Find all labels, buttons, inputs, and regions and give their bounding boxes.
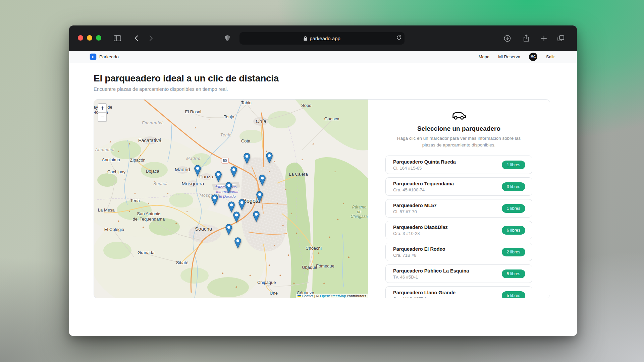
- page-content: El parqueadero ideal a un clic de distan…: [69, 63, 577, 336]
- parking-lot-card[interactable]: Parqueadero Quinta Rueda Cl. 164 #15-65 …: [385, 156, 532, 174]
- parking-lot-card[interactable]: Parqueadero Tequendama Cra. 45 #100-74 3…: [385, 177, 532, 196]
- parking-lot-card[interactable]: Parqueadero Llano Grande Cra. 111C #67B4…: [385, 286, 532, 298]
- free-spots-badge: 6 libres: [502, 226, 525, 235]
- panel-title: Seleccione un parqueadero: [368, 125, 550, 132]
- minimize-window-button[interactable]: [87, 35, 92, 41]
- car-icon: [368, 110, 550, 122]
- parking-lot-info: Parqueadero Tequendama Cra. 45 #100-74: [393, 181, 454, 192]
- free-spots-badge: 1 libres: [502, 161, 525, 169]
- parking-selector-panel: Seleccione un parqueadero Haga clic en u…: [368, 100, 550, 298]
- zoom-in-button[interactable]: +: [98, 104, 106, 113]
- privacy-shield-icon[interactable]: [223, 34, 232, 43]
- browser-window: parkeado.app: [69, 25, 577, 336]
- map-panel-card: TabioSopóChíaTenjoTenjoGuascaEl RosalGua…: [94, 99, 550, 298]
- parking-lot-card[interactable]: Parqueadero Público La Esquina Tv. 46 #5…: [385, 264, 532, 283]
- map-marker-pin[interactable]: [259, 175, 266, 187]
- parking-lot-info: Parqueadero ML57 Cl. 57 #7-70: [393, 203, 437, 214]
- map-zoom-control: + −: [98, 103, 107, 122]
- user-avatar[interactable]: MC: [529, 53, 537, 61]
- leaflet-link[interactable]: Leaflet: [302, 294, 313, 298]
- parking-lot-card[interactable]: Parqueadero Díaz&Diaz Cra. 3 #10-28 6 li…: [385, 221, 532, 239]
- url-text: parkeado.app: [310, 36, 340, 41]
- brand-name: Parkeado: [99, 54, 119, 59]
- leaflet-map[interactable]: TabioSopóChíaTenjoTenjoGuascaEl RosalGua…: [94, 100, 368, 298]
- parking-lot-address: Cra. 45 #100-74: [393, 187, 454, 192]
- nav-link-mi-reserva[interactable]: Mi Reserva: [498, 54, 520, 59]
- map-marker-pin[interactable]: [225, 224, 232, 236]
- free-spots-badge: 3 libres: [502, 182, 525, 191]
- map-marker-pin[interactable]: [234, 237, 241, 250]
- map-marker-pin[interactable]: [225, 182, 232, 194]
- map-terrain: [94, 100, 368, 298]
- map-marker-pin[interactable]: [266, 152, 273, 165]
- parking-lot-card[interactable]: Parqueadero El Rodeo Cra. 71B #8 2 libre…: [385, 243, 532, 261]
- map-marker-pin[interactable]: [233, 212, 240, 224]
- attribution-separator: | ©: [314, 294, 319, 298]
- parking-lot-address: Cl. 164 #15-65: [393, 166, 456, 171]
- free-spots-badge: 2 libres: [502, 248, 525, 256]
- back-button[interactable]: [131, 34, 141, 43]
- openstreetmap-link[interactable]: OpenStreetMap: [320, 294, 346, 298]
- nav-link-mapa[interactable]: Mapa: [479, 54, 490, 59]
- free-spots-badge: 1 libres: [502, 204, 525, 213]
- parking-lot-address: Cra. 3 #10-28: [393, 231, 448, 236]
- tab-overview-button[interactable]: [556, 34, 566, 43]
- map-marker-pin[interactable]: [256, 191, 263, 203]
- attribution-suffix: contributors: [347, 294, 366, 298]
- parking-lot-name: Parqueadero El Rodeo: [393, 246, 445, 252]
- parking-lot-name: Parqueadero Díaz&Diaz: [393, 225, 448, 230]
- nav-links: Mapa Mi Reserva MC Salir: [479, 53, 555, 61]
- page-title: El parqueadero ideal a un clic de distan…: [69, 63, 577, 84]
- map-marker-pin[interactable]: [215, 171, 222, 183]
- parking-lot-name: Parqueadero Quinta Rueda: [393, 159, 456, 165]
- map-marker-pin[interactable]: [230, 166, 237, 179]
- parkeado-logo: P: [90, 54, 96, 60]
- parking-lot-name: Parqueadero Público La Esquina: [393, 268, 469, 274]
- desktop-background: parkeado.app: [0, 0, 644, 362]
- parking-lot-address: Tv. 46 #5D-1: [393, 275, 469, 280]
- app-navbar: P Parkeado Mapa Mi Reserva MC Salir: [69, 51, 577, 63]
- parking-lot-address: Cl. 57 #7-70: [393, 209, 437, 214]
- map-marker-pin[interactable]: [194, 165, 201, 177]
- new-tab-button[interactable]: [539, 34, 548, 43]
- free-spots-badge: 5 libres: [502, 269, 525, 278]
- address-bar[interactable]: parkeado.app: [239, 32, 405, 45]
- fullscreen-window-button[interactable]: [96, 35, 101, 41]
- parking-lot-name: Parqueadero ML57: [393, 203, 437, 208]
- lock-icon: [304, 36, 307, 41]
- parking-lot-address: Cra. 111C #67B4: [393, 296, 455, 298]
- share-button[interactable]: [522, 34, 531, 43]
- parking-lot-name: Parqueadero Tequendama: [393, 181, 454, 186]
- parking-lot-info: Parqueadero Díaz&Diaz Cra. 3 #10-28: [393, 225, 448, 236]
- sidebar-toggle-button[interactable]: [113, 34, 122, 43]
- parking-lot-card[interactable]: Parqueadero ML57 Cl. 57 #7-70 1 libres: [385, 199, 532, 218]
- parking-lot-address: Cra. 71B #8: [393, 253, 445, 258]
- parking-lot-info: Parqueadero El Rodeo Cra. 71B #8: [393, 246, 445, 258]
- map-attribution: Leaflet | © OpenStreetMap contributors: [296, 294, 368, 298]
- browser-toolbar: parkeado.app: [69, 25, 577, 51]
- zoom-out-button[interactable]: −: [98, 113, 106, 121]
- map-marker-pin[interactable]: [243, 153, 250, 165]
- parking-lot-info: Parqueadero Quinta Rueda Cl. 164 #15-65: [393, 159, 456, 171]
- map-marker-pin[interactable]: [211, 194, 218, 207]
- downloads-button[interactable]: [502, 34, 512, 43]
- panel-description: Haga clic en un marcador para ver más in…: [396, 135, 521, 148]
- parking-lot-info: Parqueadero Público La Esquina Tv. 46 #5…: [393, 268, 469, 280]
- parking-lot-name: Parqueadero Llano Grande: [393, 290, 455, 295]
- ukraine-flag-icon: [298, 295, 301, 297]
- map-marker-pin[interactable]: [253, 211, 260, 223]
- reload-button[interactable]: [396, 35, 401, 41]
- nav-link-salir[interactable]: Salir: [546, 54, 555, 59]
- parking-lot-list: Parqueadero Quinta Rueda Cl. 164 #15-65 …: [385, 156, 532, 298]
- map-marker-pin[interactable]: [238, 199, 246, 212]
- parking-lot-info: Parqueadero Llano Grande Cra. 111C #67B4: [393, 290, 455, 298]
- page-subtitle: Encuentre plazas de aparcamiento disponi…: [69, 84, 577, 92]
- close-window-button[interactable]: [78, 35, 83, 41]
- free-spots-badge: 5 libres: [502, 291, 525, 298]
- forward-button[interactable]: [146, 34, 156, 43]
- brand: P Parkeado: [90, 54, 119, 60]
